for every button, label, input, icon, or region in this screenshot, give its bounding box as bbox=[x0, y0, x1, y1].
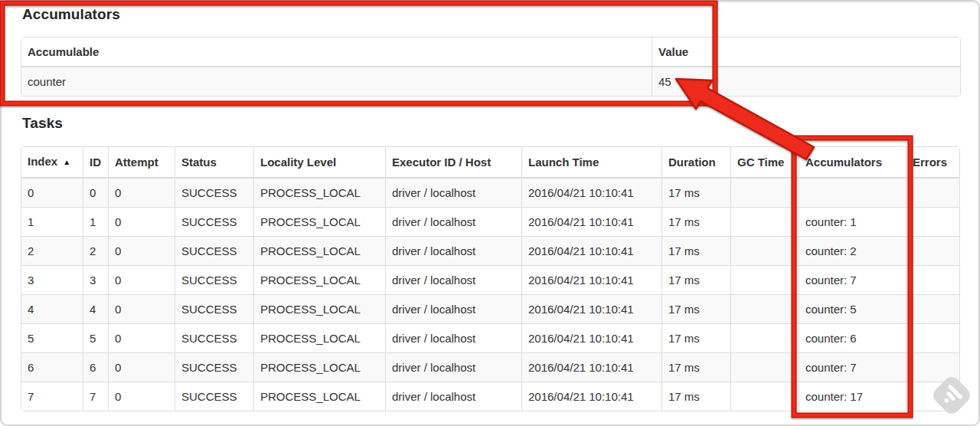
cell-accumulators bbox=[799, 179, 906, 207]
cell-attempt: 0 bbox=[108, 294, 175, 323]
cell-duration: 17 ms bbox=[662, 352, 730, 382]
cell-accumulators: counter: 6 bbox=[799, 323, 906, 352]
column-header-index[interactable]: Index▲ bbox=[21, 147, 83, 179]
cell-errors bbox=[906, 236, 959, 265]
cell-errors bbox=[906, 207, 959, 236]
cell-attempt: 0 bbox=[108, 236, 175, 265]
cell-accumulable: counter bbox=[21, 67, 652, 96]
cell-index: 7 bbox=[21, 382, 83, 411]
cell-gc-time bbox=[730, 179, 799, 207]
cell-duration: 17 ms bbox=[662, 179, 730, 207]
cell-accumulators: counter: 17 bbox=[799, 382, 906, 411]
cell-index: 6 bbox=[21, 352, 83, 382]
cell-id: 2 bbox=[83, 236, 108, 265]
column-header-index-label: Index bbox=[28, 155, 57, 168]
cell-locality-level: PROCESS_LOCAL bbox=[253, 352, 385, 382]
cell-status: SUCCESS bbox=[175, 352, 253, 382]
column-header-value[interactable]: Value bbox=[652, 38, 960, 67]
column-header-executor-id-host[interactable]: Executor ID / Host bbox=[385, 147, 521, 179]
cell-id: 5 bbox=[83, 323, 108, 352]
cell-errors bbox=[906, 323, 959, 352]
table-row: 440SUCCESSPROCESS_LOCALdriver / localhos… bbox=[21, 294, 959, 323]
cell-locality-level: PROCESS_LOCAL bbox=[253, 323, 385, 352]
cell-status: SUCCESS bbox=[175, 382, 253, 411]
tasks-header-row: Index▲ ID Attempt Status Locality Level … bbox=[21, 147, 959, 179]
cell-duration: 17 ms bbox=[662, 323, 730, 352]
cell-id: 1 bbox=[83, 207, 108, 236]
cell-status: SUCCESS bbox=[175, 236, 253, 265]
table-row: 660SUCCESSPROCESS_LOCALdriver / localhos… bbox=[21, 352, 959, 382]
cell-duration: 17 ms bbox=[662, 382, 730, 411]
cell-launch-time: 2016/04/21 10:10:41 bbox=[521, 352, 662, 382]
cell-locality-level: PROCESS_LOCAL bbox=[253, 236, 385, 265]
cell-accumulators: counter: 1 bbox=[799, 207, 906, 236]
cell-gc-time bbox=[730, 323, 799, 352]
cell-index: 3 bbox=[21, 265, 83, 294]
cell-errors bbox=[906, 382, 959, 411]
cell-gc-time bbox=[730, 382, 799, 411]
cell-gc-time bbox=[730, 265, 799, 294]
cell-duration: 17 ms bbox=[662, 207, 730, 236]
column-header-accumulable[interactable]: Accumulable bbox=[21, 38, 652, 67]
cell-accumulators: counter: 7 bbox=[799, 352, 906, 382]
table-row: 770SUCCESSPROCESS_LOCALdriver / localhos… bbox=[21, 382, 959, 411]
cell-status: SUCCESS bbox=[175, 179, 253, 207]
column-header-locality-level[interactable]: Locality Level bbox=[253, 147, 385, 179]
sort-ascending-icon: ▲ bbox=[63, 158, 70, 166]
cell-index: 4 bbox=[21, 294, 83, 323]
table-row: 110SUCCESSPROCESS_LOCALdriver / localhos… bbox=[21, 207, 959, 236]
cell-errors bbox=[906, 179, 959, 207]
cell-gc-time bbox=[730, 236, 799, 265]
cell-locality-level: PROCESS_LOCAL bbox=[253, 207, 385, 236]
cell-executor: driver / localhost bbox=[385, 382, 521, 411]
cell-id: 4 bbox=[83, 294, 108, 323]
cell-gc-time bbox=[730, 207, 799, 236]
cell-duration: 17 ms bbox=[662, 236, 730, 265]
table-row: 220SUCCESSPROCESS_LOCALdriver / localhos… bbox=[21, 236, 959, 265]
tasks-section-title: Tasks bbox=[22, 115, 63, 132]
column-header-attempt[interactable]: Attempt bbox=[108, 147, 175, 179]
cell-index: 1 bbox=[21, 207, 83, 236]
column-header-status[interactable]: Status bbox=[175, 147, 253, 179]
cell-launch-time: 2016/04/21 10:10:41 bbox=[521, 265, 662, 294]
cell-duration: 17 ms bbox=[662, 294, 730, 323]
accumulators-table: Accumulable Value counter45 bbox=[21, 37, 961, 97]
cell-value: 45 bbox=[652, 67, 960, 96]
column-header-errors[interactable]: Errors bbox=[906, 147, 959, 179]
table-row: 000SUCCESSPROCESS_LOCALdriver / localhos… bbox=[21, 179, 959, 207]
cell-status: SUCCESS bbox=[175, 265, 253, 294]
cell-index: 0 bbox=[21, 179, 83, 207]
cell-status: SUCCESS bbox=[175, 294, 253, 323]
cell-launch-time: 2016/04/21 10:10:41 bbox=[521, 294, 662, 323]
cell-accumulators: counter: 5 bbox=[799, 294, 906, 323]
column-header-gc-time[interactable]: GC Time bbox=[730, 147, 799, 179]
cell-launch-time: 2016/04/21 10:10:41 bbox=[521, 179, 662, 207]
cell-executor: driver / localhost bbox=[385, 294, 521, 323]
cell-attempt: 0 bbox=[108, 207, 175, 236]
cell-locality-level: PROCESS_LOCAL bbox=[253, 294, 385, 323]
accumulators-section-title: Accumulators bbox=[22, 6, 120, 23]
cell-id: 7 bbox=[83, 382, 108, 411]
cell-gc-time bbox=[730, 352, 799, 382]
cell-duration: 17 ms bbox=[662, 265, 730, 294]
column-header-accumulators[interactable]: Accumulators bbox=[799, 147, 906, 179]
cell-attempt: 0 bbox=[108, 382, 175, 411]
cell-id: 0 bbox=[83, 179, 108, 207]
cell-executor: driver / localhost bbox=[385, 352, 521, 382]
cell-launch-time: 2016/04/21 10:10:41 bbox=[521, 236, 662, 265]
cell-index: 5 bbox=[21, 323, 83, 352]
cell-executor: driver / localhost bbox=[385, 265, 521, 294]
cell-errors bbox=[906, 352, 959, 382]
cell-launch-time: 2016/04/21 10:10:41 bbox=[521, 207, 662, 236]
column-header-id[interactable]: ID bbox=[83, 147, 108, 179]
tasks-table: Index▲ ID Attempt Status Locality Level … bbox=[21, 146, 960, 411]
table-row: 330SUCCESSPROCESS_LOCALdriver / localhos… bbox=[21, 265, 959, 294]
cell-executor: driver / localhost bbox=[385, 179, 521, 207]
column-header-launch-time[interactable]: Launch Time bbox=[521, 147, 662, 179]
cell-gc-time bbox=[730, 294, 799, 323]
cell-id: 6 bbox=[83, 352, 108, 382]
cell-executor: driver / localhost bbox=[385, 207, 521, 236]
cell-locality-level: PROCESS_LOCAL bbox=[253, 265, 385, 294]
cell-attempt: 0 bbox=[108, 179, 175, 207]
column-header-duration[interactable]: Duration bbox=[662, 147, 730, 179]
